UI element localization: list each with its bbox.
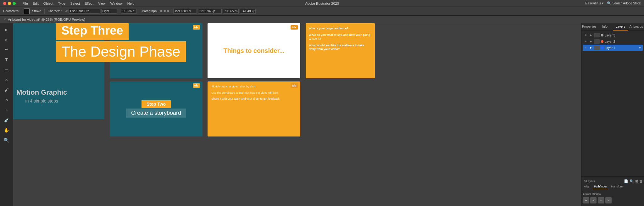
traffic-lights[interactable]: [3, 2, 16, 5]
menu-item-type[interactable]: Type: [58, 2, 66, 5]
eyedropper-tool[interactable]: 💉: [2, 116, 11, 125]
menu-item-effect[interactable]: Effect: [85, 2, 93, 5]
pen-tool[interactable]: ✒: [2, 45, 11, 54]
search-adobe-stock[interactable]: 🔍 Search Adobe Stock: [607, 1, 641, 5]
layers-toolbar: 3 Layers 📄 🔍 ⊞ 🗑: [583, 178, 643, 184]
tab-layers[interactable]: Layers: [613, 23, 629, 31]
menu-item-help[interactable]: Help: [127, 2, 135, 5]
toolbar-separator: [119, 9, 119, 14]
storyboard-inner: Sketch out your video, shot by shot Use …: [208, 81, 300, 106]
hand-tool[interactable]: ✋: [2, 126, 11, 135]
search-icon: 🔍: [607, 1, 611, 5]
stroke-color-swatch[interactable]: [24, 8, 30, 14]
step-three-box: Step Three: [56, 23, 129, 40]
shape-modes-section: Shape Modes: ⊕ ⊖ ⊗ ⊘: [583, 189, 643, 205]
layer-pencil-icon: ✏: [639, 46, 641, 49]
selection-tool[interactable]: ▸: [2, 25, 11, 34]
layer-item-2[interactable]: 👁 ▶ Layer 2: [583, 38, 643, 45]
menu-item-view[interactable]: View: [98, 2, 106, 5]
rectangle-tool[interactable]: ▭: [2, 65, 11, 74]
paragraph-label: Paragraph:: [141, 9, 159, 14]
close-button[interactable]: [3, 2, 6, 5]
storyboard-line-3: Share it with your team and your client …: [211, 97, 297, 101]
font-size-input[interactable]: [121, 9, 137, 14]
unite-button[interactable]: ⊕: [583, 197, 589, 203]
ellipse-tool[interactable]: ○: [2, 75, 11, 84]
layer-item-1[interactable]: 👁 ▶ Layer 1 ✏: [583, 45, 643, 51]
menu-bar-right: Essentials ▾ 🔍 Search Adobe Stock: [585, 1, 641, 5]
shape-mode-buttons: ⊕ ⊖ ⊗ ⊘: [583, 197, 643, 203]
shape-modes-label: Shape Modes:: [583, 192, 601, 195]
height-input[interactable]: [240, 9, 256, 14]
layers-count: 3 Layers: [583, 179, 596, 184]
menu-item-select[interactable]: Select: [70, 2, 80, 5]
x-position-input[interactable]: [173, 9, 197, 14]
layer-lock-1[interactable]: ▶: [589, 46, 593, 50]
y-position-input[interactable]: [198, 9, 222, 14]
align-left-icon[interactable]: ≡: [160, 9, 162, 14]
menu-item-file[interactable]: File: [22, 2, 28, 5]
direct-select-tool[interactable]: ▷: [2, 35, 11, 44]
motion-graphic-text: Motion Graphic: [16, 88, 67, 97]
font-family-input[interactable]: [69, 9, 100, 14]
minimize-button[interactable]: [8, 2, 11, 5]
pathfinder-tab[interactable]: Pathfinder: [593, 184, 608, 189]
tab-info[interactable]: Info: [597, 23, 613, 31]
step-three-title: Step Three: [61, 24, 123, 37]
scale-tool[interactable]: ⤡: [2, 106, 11, 114]
align-tab[interactable]: Align: [583, 184, 591, 189]
exclude-button[interactable]: ⊘: [605, 197, 612, 203]
menu-item-window[interactable]: Window: [110, 2, 123, 5]
align-right-icon[interactable]: ≡: [167, 9, 169, 14]
brush-tool[interactable]: 🖌: [2, 86, 11, 94]
layer-thumbnail-1: [594, 46, 600, 50]
layer-visibility-2[interactable]: 👁: [584, 40, 588, 43]
consider-text: Things to consider...: [223, 47, 284, 54]
layer-lock-3[interactable]: ▶: [589, 33, 593, 37]
right-panel-bottom-tabs: Align Pathfinder Transform: [583, 184, 643, 189]
artboard-tab-close[interactable]: ✕: [4, 18, 6, 21]
layer-color-1: [601, 47, 603, 49]
step-two-inner: Step Two Create a storyboard: [110, 81, 203, 136]
maximize-button[interactable]: [13, 2, 16, 5]
align-center-icon[interactable]: ≡: [164, 9, 166, 14]
step-two-subtitle: Create a storyboard: [126, 109, 186, 118]
transform-tab[interactable]: Transform: [609, 184, 625, 189]
layer-visibility-3[interactable]: 👁: [584, 33, 588, 37]
slide-target-card: Who is your target audience? What do you…: [306, 23, 375, 78]
layer-thumbnail-3: [594, 33, 600, 37]
app-title: Adobe Illustrator 2020: [305, 2, 339, 5]
artboard-tab-label: Artboard for video.ai* @ 25% (RGB/GPU Pr…: [8, 18, 85, 21]
zoom-tool[interactable]: 🔍: [2, 136, 11, 145]
target-inner: Who is your target audience? What do you…: [306, 23, 375, 57]
tab-artboards[interactable]: Artboards: [628, 23, 644, 31]
layer-color-3: [601, 34, 603, 36]
rotate-tool[interactable]: ↻: [2, 96, 11, 104]
layer-visibility-1[interactable]: 👁: [584, 46, 588, 50]
layer-name-3: Layer 3: [605, 34, 641, 37]
menu-item-object[interactable]: Object: [43, 2, 53, 5]
more-options-icon[interactable]: ⊞: [635, 179, 638, 183]
right-panel-tabs: Properties Info Layers Artboards: [581, 23, 644, 31]
layer-color-2: [601, 40, 603, 43]
step-two-label: Step Two: [142, 100, 171, 108]
layer-lock-2[interactable]: ▶: [589, 40, 593, 43]
menu-item-edit[interactable]: Edit: [33, 2, 39, 5]
width-input[interactable]: [223, 9, 239, 14]
tab-properties[interactable]: Properties: [581, 23, 597, 31]
slide-storyboard-card: tds Sketch out your video, shot by shot …: [208, 81, 300, 136]
slide-step-two-card: tds Step Two Create a storyboard: [110, 81, 203, 136]
type-tool[interactable]: T: [2, 55, 11, 64]
artboard-tab[interactable]: ✕ Artboard for video.ai* @ 25% (RGB/GPU …: [0, 16, 89, 23]
essentials-dropdown[interactable]: Essentials ▾: [585, 1, 604, 5]
minus-front-button[interactable]: ⊖: [590, 197, 597, 203]
font-weight-input[interactable]: [101, 9, 117, 14]
search-layer-icon[interactable]: 🔍: [630, 179, 634, 183]
tds-tag-2: tds: [291, 25, 298, 30]
new-layer-icon[interactable]: 📄: [624, 179, 628, 183]
character-label: Character:: [47, 9, 64, 14]
intersect-button[interactable]: ⊗: [598, 197, 604, 203]
delete-layer-icon[interactable]: 🗑: [639, 179, 643, 183]
canvas-area[interactable]: Step Three The Design Phase Motion Graph…: [13, 23, 581, 206]
layer-item-3[interactable]: 👁 ▶ Layer 3: [583, 32, 643, 38]
